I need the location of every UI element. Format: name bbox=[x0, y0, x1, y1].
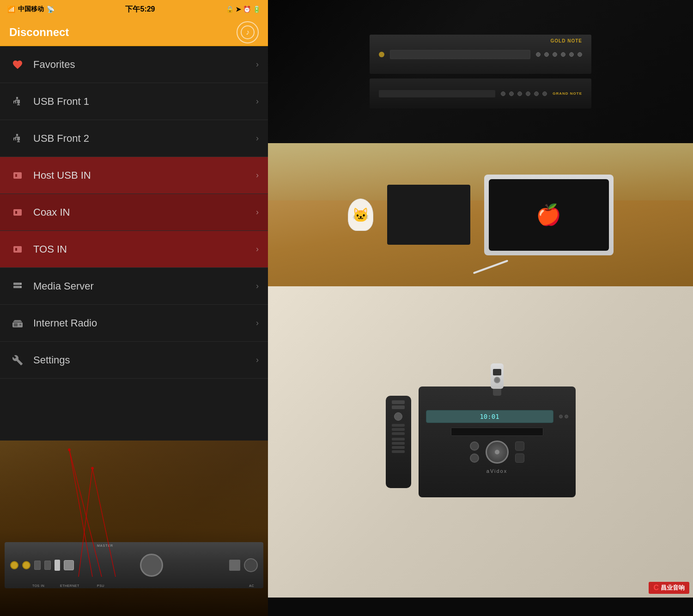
battery-icon: 🔋 bbox=[253, 6, 261, 13]
svg-point-19 bbox=[68, 448, 71, 451]
usb-front-2-icon bbox=[9, 130, 26, 147]
host-usb-in-icon bbox=[9, 167, 26, 184]
img-laptop: 🐱 🍎 bbox=[268, 143, 693, 286]
bottom-photo: TOS IN ETHERNET AC MASTER PSU bbox=[0, 441, 268, 616]
alarm-icon: ⏰ bbox=[243, 6, 251, 13]
device-brand-top: GOLD NOTE bbox=[551, 38, 582, 43]
wifi-icon: 📡 bbox=[47, 6, 55, 13]
tos-in-chevron: › bbox=[256, 244, 259, 254]
status-bar: 📶 中国移动 📡 下午5:29 🔒 ➤ ⏰ 🔋 bbox=[0, 0, 268, 18]
coax-in-label: Coax IN bbox=[33, 206, 256, 218]
settings-chevron: › bbox=[256, 355, 259, 365]
menu-item-usb-front-2[interactable]: USB Front 2 › bbox=[0, 120, 268, 157]
tos-in-label: TOS IN bbox=[33, 243, 256, 255]
menu-list: Favorites › USB Front 1 › USB Front 2 › bbox=[0, 46, 268, 441]
right-panel: GOLD NOTE GRAND NOTE bbox=[268, 0, 693, 616]
svg-point-11 bbox=[20, 286, 22, 288]
menu-item-favorites[interactable]: Favorites › bbox=[0, 46, 268, 83]
status-right: 🔒 ➤ ⏰ 🔋 bbox=[226, 6, 261, 13]
svg-line-16 bbox=[69, 450, 102, 577]
svg-line-17 bbox=[92, 468, 116, 577]
menu-item-usb-front-1[interactable]: USB Front 1 › bbox=[0, 83, 268, 120]
svg-point-20 bbox=[91, 467, 94, 470]
tos-in-icon bbox=[9, 241, 26, 258]
usb-front-1-chevron: › bbox=[256, 97, 259, 106]
status-left: 📶 中国移动 📡 bbox=[7, 5, 55, 13]
watermark-brand: 昌业音响 bbox=[661, 584, 685, 592]
right-images-bottom: 10:01 bbox=[268, 286, 693, 598]
left-panel: 📶 中国移动 📡 下午5:29 🔒 ➤ ⏰ 🔋 Disconnect ♪ bbox=[0, 0, 268, 616]
svg-rect-5 bbox=[15, 211, 17, 214]
favorites-icon bbox=[9, 56, 26, 73]
favorites-label: Favorites bbox=[33, 59, 256, 71]
menu-item-settings[interactable]: Settings › bbox=[0, 342, 268, 379]
app-logo: ♪ bbox=[237, 21, 259, 43]
menu-item-media-server[interactable]: Media Server › bbox=[0, 268, 268, 305]
usb-front-1-label: USB Front 1 bbox=[33, 96, 256, 108]
favorites-chevron: › bbox=[256, 60, 259, 69]
carrier-name: 中国移动 bbox=[18, 5, 44, 13]
svg-line-18 bbox=[79, 468, 92, 577]
lock-icon: 🔒 bbox=[226, 6, 234, 13]
app-header: Disconnect ♪ bbox=[0, 18, 268, 46]
menu-item-internet-radio[interactable]: Internet Radio › bbox=[0, 305, 268, 342]
internet-radio-label: Internet Radio bbox=[33, 317, 256, 329]
img-audio-equipment: GOLD NOTE GRAND NOTE bbox=[268, 0, 693, 143]
media-server-icon bbox=[9, 278, 26, 295]
svg-point-14 bbox=[19, 323, 22, 326]
watermark: C 昌业音响 bbox=[649, 582, 689, 594]
signal-icon: 📶 bbox=[7, 6, 15, 13]
svg-rect-2 bbox=[13, 172, 22, 179]
media-server-chevron: › bbox=[256, 281, 259, 291]
coax-in-chevron: › bbox=[256, 207, 259, 217]
usb-front-2-label: USB Front 2 bbox=[33, 133, 256, 145]
internet-radio-icon bbox=[9, 315, 26, 332]
media-server-label: Media Server bbox=[33, 280, 256, 292]
svg-point-10 bbox=[20, 283, 22, 284]
menu-item-host-usb-in[interactable]: Host USB IN › bbox=[0, 157, 268, 194]
stereo-brand: aVidox bbox=[486, 468, 507, 474]
stereo-display: 10:01 bbox=[426, 410, 553, 423]
header-title[interactable]: Disconnect bbox=[9, 26, 69, 39]
menu-item-coax-in[interactable]: Coax IN › bbox=[0, 194, 268, 231]
internet-radio-chevron: › bbox=[256, 318, 259, 328]
usb-front-2-chevron: › bbox=[256, 133, 259, 143]
svg-rect-13 bbox=[14, 323, 18, 326]
svg-rect-6 bbox=[13, 246, 22, 253]
svg-rect-7 bbox=[15, 248, 17, 251]
menu-item-tos-in[interactable]: TOS IN › bbox=[0, 231, 268, 268]
svg-rect-4 bbox=[13, 209, 22, 216]
location-icon: ➤ bbox=[236, 6, 241, 13]
svg-text:♪: ♪ bbox=[246, 28, 249, 36]
host-usb-in-chevron: › bbox=[256, 170, 259, 180]
settings-label: Settings bbox=[33, 354, 256, 366]
img-stereo: 10:01 bbox=[268, 286, 693, 598]
status-time: 下午5:29 bbox=[125, 5, 155, 14]
device-brand-bottom: GRAND NOTE bbox=[553, 91, 582, 96]
coax-in-icon bbox=[9, 204, 26, 221]
svg-rect-3 bbox=[15, 174, 17, 177]
host-usb-in-label: Host USB IN bbox=[33, 169, 256, 181]
settings-icon bbox=[9, 352, 26, 368]
usb-front-1-icon bbox=[9, 93, 26, 110]
